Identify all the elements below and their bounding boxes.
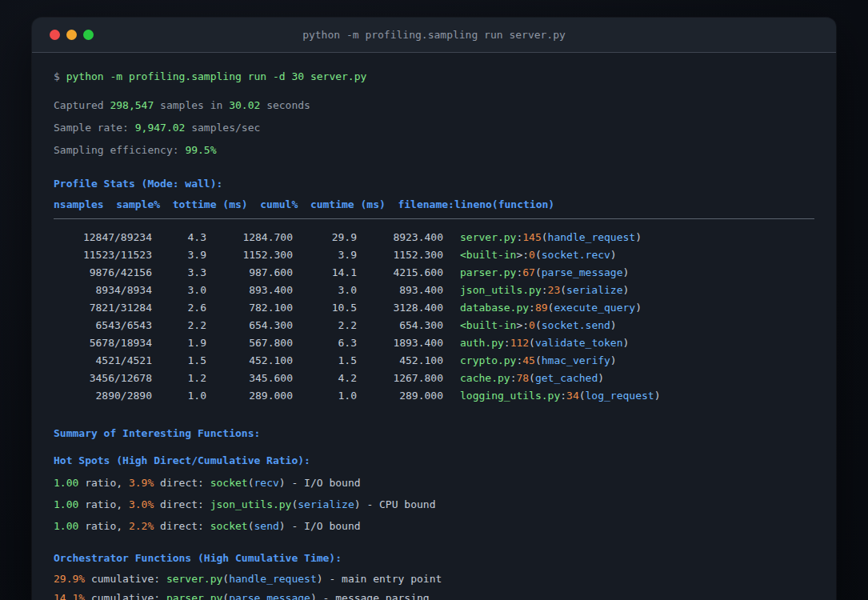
command-text: python -m profiling.sampling run -d 30 s…	[66, 70, 367, 82]
role-note: - message parsing	[317, 592, 430, 600]
orchestrator-item: 14.1% cumulative: parser.py(parse_messag…	[54, 589, 814, 600]
ratio-value: 1.00	[54, 477, 78, 489]
file-name: crypto.py	[460, 354, 516, 366]
function-name: get_cached	[535, 372, 598, 384]
cell-tottime: 452.100	[206, 352, 293, 370]
sample-rate-line: Sample rate: 9,947.02 samples/sec	[54, 117, 814, 139]
efficiency-line: Sampling efficiency: 99.5%	[54, 139, 814, 162]
file-name: parser.py	[166, 592, 222, 600]
cell-sample-percent: 1.5	[152, 352, 206, 370]
line-number: 78	[516, 372, 529, 384]
file-name: auth.py	[460, 337, 504, 349]
file-name: json_utils.py	[210, 498, 292, 510]
captured-samples-value: 298,547	[110, 99, 154, 111]
cell-cumtime: 8923.400	[357, 229, 443, 246]
bound-note: - CPU bound	[361, 498, 436, 510]
window-titlebar[interactable]: python -m profiling.sampling run server.…	[32, 18, 836, 53]
minimize-button[interactable]	[66, 30, 77, 40]
cell-tottime: 654.300	[206, 317, 293, 334]
cell-tottime: 345.600	[206, 370, 293, 387]
line-number: 145	[522, 231, 541, 243]
profile-stats-title: Profile Stats (Mode: wall):	[54, 173, 814, 195]
file-name: cache.py	[460, 372, 510, 384]
cell-nsamples: 2890/2890	[54, 387, 152, 405]
cell-cumul-percent: 3.9	[293, 246, 357, 264]
command-line: $ python -m profiling.sampling run -d 30…	[54, 66, 814, 88]
cell-function-ref: parser.py:67(parse_message)	[443, 264, 814, 282]
function-name: handle_request	[229, 573, 317, 585]
function-name: hmac_verify	[542, 354, 610, 366]
profile-row: 2890/28901.0289.0001.0289.000logging_uti…	[54, 387, 814, 405]
line-number: 0	[529, 319, 535, 331]
captured-label-3: seconds	[260, 99, 310, 111]
cell-cumtime: 452.100	[357, 352, 443, 370]
file-name: parser.py	[460, 266, 516, 278]
profile-row: 4521/45211.5452.1001.5452.100crypto.py:4…	[54, 352, 814, 370]
captured-line: Captured 298,547 samples in 30.02 second…	[54, 94, 814, 117]
profile-rows: 12847/892344.31284.70029.98923.400server…	[54, 229, 814, 405]
cell-nsamples: 9876/42156	[54, 264, 152, 282]
function-name: validate_token	[535, 337, 623, 349]
orchestrator-item: 29.9% cumulative: server.py(handle_reque…	[54, 570, 814, 589]
terminal-content[interactable]: $ python -m profiling.sampling run -d 30…	[32, 53, 836, 600]
cell-sample-percent: 3.0	[152, 282, 206, 299]
cell-cumul-percent: 29.9	[293, 229, 357, 246]
efficiency-label: Sampling efficiency:	[54, 144, 185, 156]
function-name: parse_message	[542, 266, 623, 278]
cell-function-ref: <built-in>:0(socket.recv)	[443, 246, 814, 264]
cell-function-ref: crypto.py:45(hmac_verify)	[443, 352, 814, 370]
cell-tottime: 289.000	[206, 387, 293, 405]
cell-function-ref: database.py:89(execute_query)	[443, 299, 814, 317]
cell-cumul-percent: 14.1	[293, 264, 357, 282]
efficiency-value: 99.5%	[185, 144, 216, 156]
cell-cumul-percent: 2.2	[293, 317, 357, 334]
file-name: <built-in	[460, 249, 516, 261]
cell-cumtime: 1152.300	[357, 246, 443, 264]
profile-row: 7821/312842.6782.10010.53128.400database…	[54, 299, 814, 317]
function-name: execute_query	[554, 302, 635, 314]
hot-spot-item: 1.00 ratio, 2.2% direct: socket(send) - …	[54, 515, 814, 537]
cell-sample-percent: 2.2	[152, 317, 206, 334]
function-name: handle_request	[548, 231, 636, 243]
cell-tottime: 987.600	[206, 264, 293, 282]
zoom-button[interactable]	[83, 30, 94, 40]
cell-function-ref: cache.py:78(get_cached)	[443, 370, 814, 387]
cell-cumul-percent: 1.0	[293, 387, 357, 405]
cell-cumtime: 1893.400	[357, 334, 443, 352]
sample-rate-value: 9,947.02	[135, 122, 186, 134]
cell-sample-percent: 3.9	[152, 246, 206, 264]
profile-row: 11523/115233.91152.3003.91152.300<built-…	[54, 246, 814, 264]
cell-tottime: 782.100	[206, 299, 293, 317]
line-number: 89	[535, 302, 548, 314]
profile-row: 3456/126781.2345.6004.21267.800cache.py:…	[54, 370, 814, 387]
cell-cumul-percent: 6.3	[293, 334, 357, 352]
cell-cumul-percent: 4.2	[293, 370, 357, 387]
ratio-value: 1.00	[54, 498, 78, 510]
cell-sample-percent: 3.3	[152, 264, 206, 282]
function-name: send	[254, 520, 279, 532]
window-title: python -m profiling.sampling run server.…	[32, 29, 836, 41]
bound-note: - I/O bound	[286, 520, 361, 532]
cell-sample-percent: 2.6	[152, 299, 206, 317]
function-name: socket.recv	[542, 249, 610, 261]
cell-cumul-percent: 1.5	[293, 352, 357, 370]
line-number: 34	[566, 390, 579, 402]
cell-cumtime: 654.300	[357, 317, 443, 334]
profile-row: 12847/892344.31284.70029.98923.400server…	[54, 229, 814, 246]
line-number: 45	[522, 354, 535, 366]
cell-function-ref: logging_utils.py:34(log_request)	[443, 387, 814, 405]
close-button[interactable]	[50, 30, 60, 40]
role-note: - main entry point	[323, 573, 442, 585]
cell-cumul-percent: 10.5	[293, 299, 357, 317]
cell-nsamples: 11523/11523	[54, 246, 152, 264]
cell-tottime: 1152.300	[206, 246, 293, 264]
cell-tottime: 1284.700	[206, 229, 293, 246]
function-name: parse_message	[229, 592, 310, 600]
sample-rate-suffix: samples/sec	[185, 122, 260, 134]
direct-percent: 3.0%	[129, 498, 154, 510]
file-name: logging_utils.py	[460, 390, 560, 402]
cumulative-percent: 29.9%	[54, 573, 85, 585]
hot-spot-item: 1.00 ratio, 3.0% direct: json_utils.py(s…	[54, 494, 814, 515]
cell-cumtime: 3128.400	[357, 299, 443, 317]
file-name: server.py	[166, 573, 222, 585]
